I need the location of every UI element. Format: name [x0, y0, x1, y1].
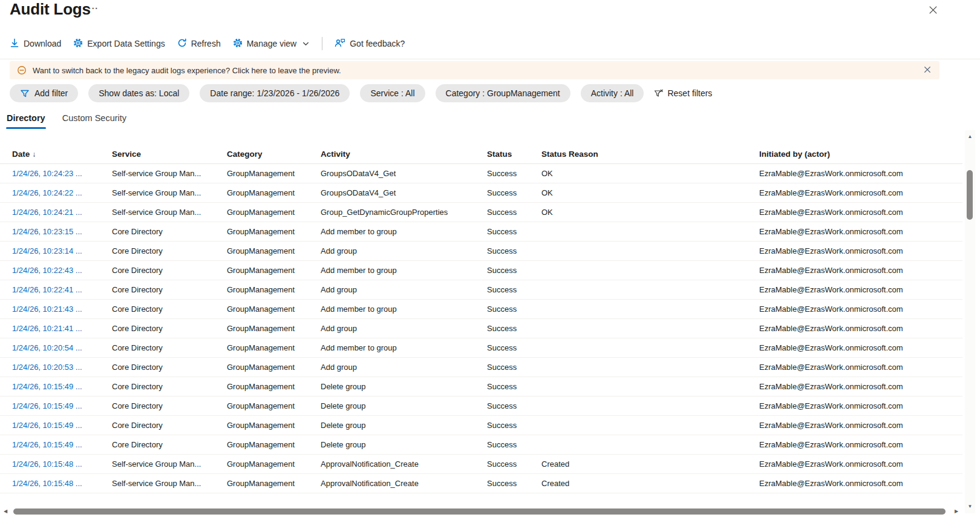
- table-row[interactable]: 1/24/26, 10:15:48 ... Self-service Group…: [0, 455, 962, 474]
- date-link[interactable]: 1/24/26, 10:22:43 ...: [12, 266, 112, 275]
- filter-pill[interactable]: Date range: 1/23/2026 - 1/26/2026: [200, 84, 350, 102]
- date-link[interactable]: 1/24/26, 10:15:48 ...: [12, 479, 112, 488]
- column-header-category[interactable]: Category: [227, 150, 321, 159]
- category-cell: GroupManagement: [227, 208, 321, 217]
- scroll-up-arrow-icon[interactable]: ▲: [965, 133, 975, 141]
- date-link[interactable]: 1/24/26, 10:23:15 ...: [12, 227, 112, 236]
- table-row[interactable]: 1/24/26, 10:15:49 ... Core Directory Gro…: [0, 377, 962, 397]
- table-row[interactable]: 1/24/26, 10:24:22 ... Self-service Group…: [0, 183, 962, 203]
- status-cell: Success: [487, 401, 541, 410]
- initiated-by-cell: EzraMable@EzrasWork.onmicrosoft.com: [759, 304, 962, 314]
- filter-pill-label: Category : GroupManagement: [446, 88, 560, 98]
- column-header-activity[interactable]: Activity: [321, 150, 487, 159]
- download-icon: [10, 38, 19, 50]
- filter-pill-label: Service : All: [370, 88, 414, 98]
- status-cell: Success: [487, 208, 541, 217]
- service-cell: Core Directory: [112, 363, 227, 372]
- table-row[interactable]: 1/24/26, 10:20:53 ... Core Directory Gro…: [0, 358, 962, 377]
- export-data-settings-button[interactable]: Export Data Settings: [73, 38, 165, 50]
- got-feedback-button[interactable]: Got feedback?: [335, 38, 405, 50]
- table-row[interactable]: 1/24/26, 10:15:49 ... Core Directory Gro…: [0, 397, 962, 416]
- feedback-icon: [335, 38, 345, 50]
- scroll-down-arrow-icon[interactable]: ▼: [965, 502, 975, 511]
- date-link[interactable]: 1/24/26, 10:15:49 ...: [12, 421, 112, 430]
- audit-logs-page: Audit Logs ··· Download Export Data Sett…: [0, 0, 980, 520]
- date-link[interactable]: 1/24/26, 10:21:43 ...: [12, 304, 112, 314]
- tab[interactable]: Custom Security: [62, 112, 127, 129]
- vertical-scrollbar[interactable]: ▲ ▼: [965, 130, 975, 513]
- category-cell: GroupManagement: [227, 266, 321, 275]
- blocked-circle-icon: [17, 65, 27, 75]
- table-row[interactable]: 1/24/26, 10:15:49 ... Core Directory Gro…: [0, 435, 962, 455]
- gear-icon: [73, 38, 83, 50]
- more-options-button[interactable]: ···: [88, 4, 99, 13]
- service-cell: Core Directory: [112, 227, 227, 236]
- category-cell: GroupManagement: [227, 363, 321, 372]
- filter-pill[interactable]: Activity : All: [581, 84, 644, 102]
- date-link[interactable]: 1/24/26, 10:20:54 ...: [12, 343, 112, 352]
- initiated-by-cell: EzraMable@EzrasWork.onmicrosoft.com: [759, 227, 962, 236]
- scroll-left-arrow-icon[interactable]: ◀: [4, 507, 7, 516]
- date-link[interactable]: 1/24/26, 10:24:22 ...: [12, 188, 112, 197]
- scroll-right-arrow-icon[interactable]: ▶: [955, 507, 958, 516]
- banner-close-button[interactable]: [923, 65, 932, 76]
- refresh-button[interactable]: Refresh: [177, 38, 221, 50]
- column-header-initiated-by[interactable]: Initiated by (actor): [759, 150, 962, 159]
- category-cell: GroupManagement: [227, 401, 321, 410]
- table-row[interactable]: 1/24/26, 10:23:14 ... Core Directory Gro…: [0, 242, 962, 261]
- date-link[interactable]: 1/24/26, 10:21:41 ...: [12, 324, 112, 333]
- table-row[interactable]: 1/24/26, 10:22:43 ... Core Directory Gro…: [0, 261, 962, 280]
- category-cell: GroupManagement: [227, 324, 321, 333]
- column-header-service[interactable]: Service: [112, 150, 227, 159]
- date-link[interactable]: 1/24/26, 10:23:14 ...: [12, 246, 112, 255]
- date-link[interactable]: 1/24/26, 10:24:21 ...: [12, 208, 112, 217]
- table-row[interactable]: 1/24/26, 10:15:48 ... Self-service Group…: [0, 474, 962, 493]
- category-cell: GroupManagement: [227, 188, 321, 197]
- date-link[interactable]: 1/24/26, 10:15:49 ...: [12, 382, 112, 391]
- filter-pill-list: Show dates as: LocalDate range: 1/23/202…: [88, 84, 644, 102]
- filter-pill[interactable]: Service : All: [360, 84, 425, 102]
- toolbar-rule: [0, 59, 980, 59]
- reset-filters-button[interactable]: Reset filters: [654, 88, 712, 98]
- sort-descending-icon: ↓: [32, 150, 36, 159]
- column-header-status[interactable]: Status: [487, 150, 541, 159]
- service-cell: Self-service Group Man...: [112, 169, 227, 178]
- status-cell: Success: [487, 382, 541, 391]
- filter-pill[interactable]: Show dates as: Local: [88, 84, 189, 102]
- table-row[interactable]: 1/24/26, 10:21:41 ... Core Directory Gro…: [0, 319, 962, 338]
- table-row[interactable]: 1/24/26, 10:22:41 ... Core Directory Gro…: [0, 280, 962, 300]
- tab-list: DirectoryCustom Security: [6, 112, 127, 129]
- status-cell: Success: [487, 440, 541, 449]
- download-button[interactable]: Download: [10, 38, 61, 50]
- date-link[interactable]: 1/24/26, 10:24:23 ...: [12, 169, 112, 178]
- download-label: Download: [24, 39, 61, 48]
- add-filter-button[interactable]: Add filter: [10, 84, 78, 102]
- table-row[interactable]: 1/24/26, 10:24:23 ... Self-service Group…: [0, 164, 962, 183]
- activity-cell: Add member to group: [321, 227, 487, 236]
- filter-pill[interactable]: Category : GroupManagement: [436, 84, 570, 102]
- table-row[interactable]: 1/24/26, 10:24:21 ... Self-service Group…: [0, 203, 962, 222]
- table-row[interactable]: 1/24/26, 10:23:15 ... Core Directory Gro…: [0, 222, 962, 242]
- category-cell: GroupManagement: [227, 285, 321, 294]
- service-cell: Core Directory: [112, 246, 227, 255]
- date-link[interactable]: 1/24/26, 10:15:49 ...: [12, 440, 112, 449]
- page-close-button[interactable]: [927, 4, 939, 18]
- date-link[interactable]: 1/24/26, 10:20:53 ...: [12, 363, 112, 372]
- horizontal-scrollbar[interactable]: ◀ ▶: [0, 507, 965, 517]
- banner-message[interactable]: Want to switch back to the legacy audit …: [33, 66, 923, 75]
- column-header-status-reason[interactable]: Status Reason: [541, 150, 759, 159]
- table-row[interactable]: 1/24/26, 10:15:49 ... Core Directory Gro…: [0, 416, 962, 435]
- table-row[interactable]: 1/24/26, 10:21:43 ... Core Directory Gro…: [0, 300, 962, 319]
- date-link[interactable]: 1/24/26, 10:15:48 ...: [12, 459, 112, 469]
- date-link[interactable]: 1/24/26, 10:22:41 ...: [12, 285, 112, 294]
- status-cell: Success: [487, 343, 541, 352]
- column-header-date[interactable]: Date↓: [12, 150, 112, 159]
- horizontal-scrollbar-thumb[interactable]: [13, 508, 946, 515]
- date-link[interactable]: 1/24/26, 10:15:49 ...: [12, 401, 112, 410]
- manage-view-button[interactable]: Manage view: [233, 38, 310, 50]
- tab[interactable]: Directory: [6, 112, 46, 129]
- vertical-scrollbar-thumb[interactable]: [967, 170, 973, 220]
- table-row[interactable]: 1/24/26, 10:20:54 ... Core Directory Gro…: [0, 338, 962, 358]
- filter-pill-label: Activity : All: [591, 88, 634, 98]
- category-cell: GroupManagement: [227, 479, 321, 488]
